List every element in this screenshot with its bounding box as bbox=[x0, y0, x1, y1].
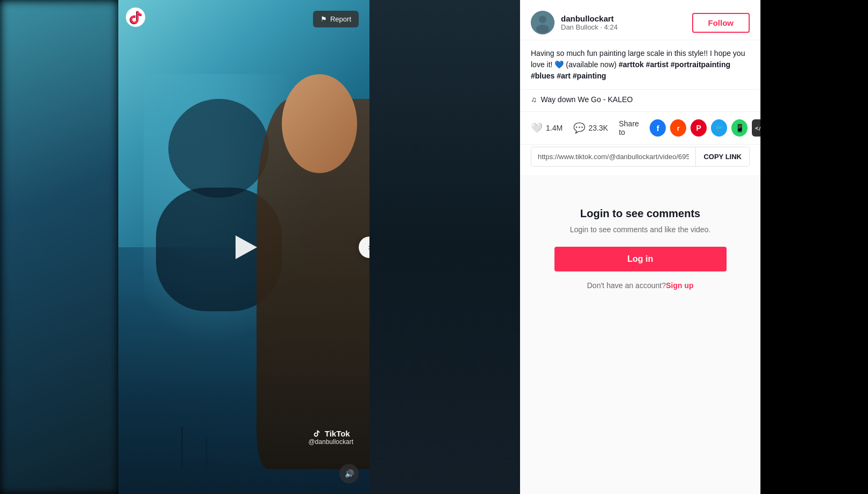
tiktok-logo-area bbox=[126, 8, 145, 29]
user-subtitle: Dan Bullock · 4:24 bbox=[561, 23, 618, 31]
share-section: Share to f r P 🐦 📱 </> bbox=[619, 119, 760, 137]
watermark-brand: TikTok bbox=[325, 429, 350, 438]
flag-icon: ⚑ bbox=[321, 15, 327, 23]
watermark-handle: @danbullockart bbox=[308, 438, 353, 446]
tiktok-watermark: TikTok @danbullockart bbox=[308, 428, 353, 446]
user-meta: danbullockart Dan Bullock · 4:24 bbox=[561, 14, 618, 31]
user-section: danbullockart Dan Bullock · 4:24 Follow bbox=[520, 0, 760, 40]
svg-point-3 bbox=[536, 25, 549, 33]
video-duration: 4:24 bbox=[604, 23, 617, 31]
sidebar: danbullockart Dan Bullock · 4:24 Follow … bbox=[520, 0, 760, 494]
login-title: Login to see comments bbox=[580, 207, 700, 220]
heart-icon: 🤍 bbox=[531, 122, 543, 134]
volume-icon: 🔊 bbox=[345, 469, 354, 478]
link-row: COPY LINK bbox=[531, 147, 750, 167]
video-container: ⚑ Report TikTok @danbullockart 🔊 › bbox=[118, 0, 369, 494]
share-pinterest-button[interactable]: P bbox=[691, 119, 707, 137]
display-name: Dan Bullock bbox=[561, 23, 598, 31]
play-button[interactable] bbox=[228, 231, 260, 263]
share-embed-button[interactable]: </> bbox=[752, 119, 760, 137]
signup-link[interactable]: Sign up bbox=[666, 281, 693, 290]
signup-row: Don't have an account?Sign up bbox=[587, 281, 694, 290]
left-blur-bg bbox=[0, 0, 118, 494]
right-dark-bg bbox=[369, 0, 520, 494]
music-title: Way down We Go - KALEO bbox=[541, 95, 633, 104]
video-link-input[interactable] bbox=[531, 147, 695, 166]
description: Having so much fun painting large scale … bbox=[520, 40, 760, 90]
share-reddit-button[interactable]: r bbox=[670, 119, 686, 137]
user-info: danbullockart Dan Bullock · 4:24 bbox=[531, 11, 618, 34]
username[interactable]: danbullockart bbox=[561, 14, 618, 23]
report-label: Report bbox=[330, 15, 351, 23]
share-whatsapp-button[interactable]: 📱 bbox=[731, 119, 748, 137]
share-twitter-button[interactable]: 🐦 bbox=[711, 119, 727, 137]
share-facebook-button[interactable]: f bbox=[650, 119, 666, 137]
signup-text: Don't have an account? bbox=[587, 281, 666, 290]
copy-link-button[interactable]: COPY LINK bbox=[695, 147, 749, 166]
music-row: ♫ Way down We Go - KALEO bbox=[520, 90, 760, 112]
comment-icon: 💬 bbox=[573, 122, 585, 134]
svg-point-2 bbox=[539, 16, 546, 23]
likes-stat: 🤍 1.4M bbox=[531, 122, 563, 134]
report-button[interactable]: ⚑ Report bbox=[313, 11, 359, 27]
login-button[interactable]: Log in bbox=[554, 247, 727, 271]
likes-count: 1.4M bbox=[546, 124, 563, 132]
chevron-right-icon: › bbox=[368, 242, 369, 252]
avatar[interactable] bbox=[531, 11, 554, 34]
volume-button[interactable]: 🔊 bbox=[339, 464, 359, 483]
comments-stat: 💬 23.3K bbox=[573, 122, 608, 134]
play-triangle-icon bbox=[236, 235, 257, 259]
comments-section: Login to see comments Login to see comme… bbox=[520, 175, 760, 494]
comments-count: 23.3K bbox=[588, 124, 608, 132]
login-subtitle: Login to see comments and like the video… bbox=[570, 225, 711, 234]
share-label: Share to bbox=[619, 119, 646, 137]
stats-row: 🤍 1.4M 💬 23.3K Share to f r P 🐦 📱 </> bbox=[520, 112, 760, 145]
follow-button[interactable]: Follow bbox=[692, 13, 750, 33]
music-note-icon: ♫ bbox=[531, 95, 537, 104]
